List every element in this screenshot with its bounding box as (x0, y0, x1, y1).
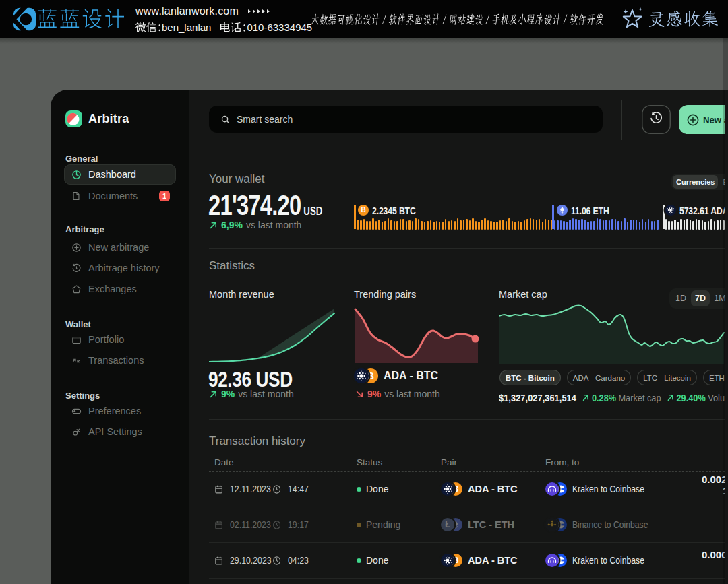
topbar-divider (621, 100, 622, 140)
inspiration-collect-brand (619, 5, 718, 32)
sparkline-bar (366, 221, 367, 230)
tab-btc-bitcoin[interactable]: BTC - Bitcoin (499, 370, 561, 385)
wallet-change-pct: 6,9% (221, 220, 243, 230)
sparkline-bar (575, 219, 576, 230)
sparkline-bar (369, 221, 371, 230)
trend-up-icon (209, 221, 218, 230)
sparkline-bar (388, 218, 389, 230)
sparkline-bar (698, 220, 700, 230)
new-arbitrage-button[interactable]: New arbitrage (679, 105, 728, 134)
sidebar-item-preferences[interactable]: Preferences (64, 401, 176, 421)
sparkline-bar (714, 221, 715, 230)
website-url[interactable]: www.lanlanwork.com (135, 5, 239, 18)
sparkline-bar (639, 222, 640, 230)
sidebar-item-documents[interactable]: Documents 1 (64, 186, 176, 206)
cell-pair: BADA - BTC (441, 543, 518, 578)
amount: 2.2345 (372, 205, 397, 216)
transaction-row[interactable]: 29.10.2023 04:23 Done BADA - BTC Kraken … (209, 543, 728, 578)
cell-time: 19:17 (272, 507, 311, 542)
cell-pair: BADA - BTC (441, 472, 518, 507)
pair-value: LTC - ETH (468, 519, 514, 530)
route-value: Kraken to Coinbase (572, 484, 644, 494)
sparkline-bar (512, 221, 513, 230)
sparkline-bar (484, 218, 485, 230)
cell-status: Done (357, 543, 388, 578)
wallet-change: 6,9% vs last month (209, 220, 301, 230)
search-bar[interactable] (209, 106, 603, 133)
sparkline-bar (424, 222, 425, 230)
sparkline-bar (599, 219, 601, 230)
sparkline-bar (508, 218, 510, 230)
sparkline-bar (621, 221, 622, 230)
tab-currencies[interactable]: Currencies (673, 175, 718, 189)
market-cap-value: $1,327,027,361,514 (499, 392, 576, 403)
tab-ada-cardano[interactable]: ADA - Cardano (567, 370, 631, 385)
section-label-wallet: Wallet (65, 319, 91, 329)
market-cap-coin-tabs: BTC - Bitcoin ADA - Cardano LTC - Liteco… (499, 370, 728, 385)
history-button[interactable] (642, 105, 671, 134)
sparkline-bar (436, 221, 437, 230)
sparkline-bar (717, 220, 718, 230)
status-value: Pending (366, 519, 400, 530)
sparkline-bar (704, 222, 706, 230)
transactions-title: Transaction history (209, 434, 305, 448)
sidebar-item-new-arbitrage[interactable]: New arbitrage (64, 237, 176, 257)
section-label-arbitrage: Arbitrage (65, 224, 104, 234)
sparkline-bar (400, 219, 401, 230)
sidebar-item-transactions[interactable]: Transactions (64, 350, 176, 370)
date-value: 29.10.2023 (230, 555, 272, 566)
transaction-row[interactable]: 12.11.2023 14:47 Done BADA - BTC Kraken … (209, 472, 728, 507)
status-value: Done (366, 484, 388, 494)
trend-up-icon (209, 390, 218, 399)
col-status: Status (357, 457, 382, 467)
tab-ltc-litecoin[interactable]: LTC - Litecoin (637, 370, 697, 385)
sparkline-bar (611, 219, 613, 230)
arbitra-logo (65, 110, 82, 127)
banner-services-zh (311, 13, 603, 25)
sparkline-bar (578, 220, 580, 230)
transaction-row[interactable]: 02.11.2023 19:17 Pending ŁLTC - ETH Bina… (209, 507, 728, 542)
history-icon (649, 111, 663, 128)
sparkline-bar (536, 220, 537, 230)
sparkline-bar (481, 220, 483, 230)
wallet-section-title: Your wallet (209, 172, 265, 186)
sparkline-bar (545, 219, 546, 230)
sparkline-bar (396, 221, 398, 230)
binance-icon (545, 518, 559, 531)
sparkline-bar (720, 220, 721, 230)
sidebar-item-dashboard[interactable]: Dashboard (64, 164, 176, 185)
sidebar-item-exchanges[interactable]: Exchanges (64, 279, 176, 299)
sidebar-item-portfolio[interactable]: Portfolio (64, 329, 176, 350)
separator (209, 154, 728, 154)
sparkline-bar (469, 220, 471, 230)
symbol: ETH (593, 205, 609, 216)
plus-circle-icon (686, 113, 700, 127)
sparkline-bar (445, 219, 446, 230)
sparkline-bar (502, 220, 504, 230)
sparkline-bar (448, 221, 450, 230)
amount: 11.06 (571, 205, 590, 216)
phone-label-zh (220, 22, 245, 32)
sparkline-bar (696, 219, 697, 230)
sparkline-bar (378, 220, 380, 230)
sparkline-bar (690, 220, 691, 230)
sidebar-item-arbitrage-history[interactable]: Arbitrage history (64, 258, 176, 278)
sparkline-bar (460, 220, 461, 230)
eth-icon (557, 205, 568, 216)
market-cap-stats: $1,327,027,361,514 0.28% Market cap 29.4… (499, 392, 728, 403)
dashboard-icon (71, 170, 82, 180)
range-7d[interactable]: 7D (691, 290, 710, 306)
sparkline-bar (524, 220, 525, 230)
trending-pairs-change-pct: 9% (367, 389, 381, 399)
date-value: 12.11.2023 (230, 484, 271, 494)
document-icon (71, 191, 82, 201)
sparkline-bar (472, 218, 473, 230)
trending-pairs-title: Trending pairs (354, 289, 416, 300)
chart-end-dot (472, 335, 479, 343)
sparkline-bar (684, 220, 685, 230)
search-input[interactable] (237, 114, 574, 125)
sidebar-item-api-settings[interactable]: API Settings (64, 422, 176, 442)
sparkline-bar (375, 221, 377, 230)
range-1d[interactable]: 1D (671, 290, 690, 306)
phone-number: 010-63334945 (247, 22, 312, 33)
